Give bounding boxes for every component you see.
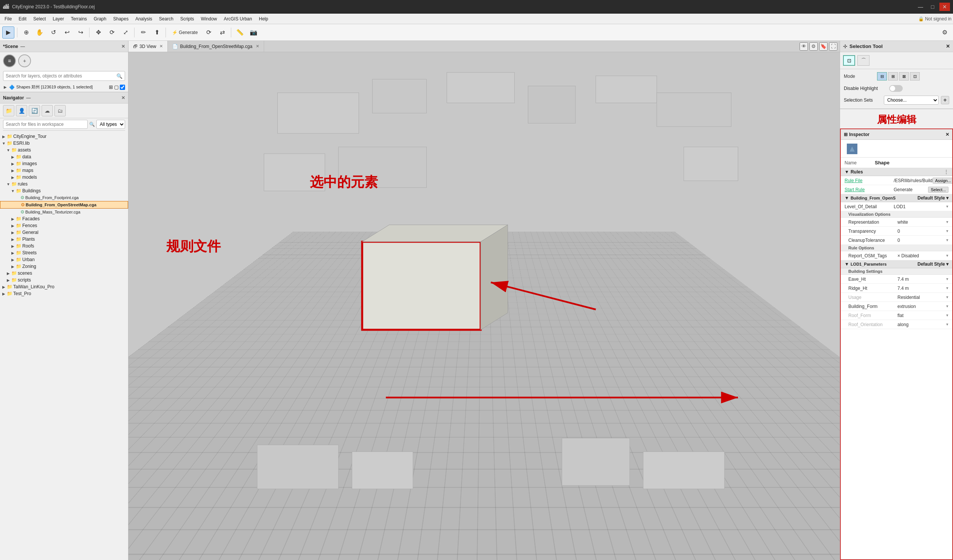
building-opens-section[interactable]: ▼ Building_From_OpenS Default Style ▾ [841, 194, 952, 202]
toolbar-draw-btn[interactable]: ✏ [137, 26, 149, 39]
navigator-minimize[interactable]: — [26, 95, 31, 101]
maximize-button[interactable]: □ [927, 3, 938, 11]
usage-dropdown[interactable]: ▾ [946, 295, 948, 299]
toolbar-sync-btn[interactable]: ⇄ [216, 26, 228, 39]
tree-streets[interactable]: ▶ 📁 Streets [0, 250, 128, 256]
tree-fences[interactable]: ▶ 📁 Fences [0, 222, 128, 229]
viewport-settings-btn[interactable]: ⚙ [809, 42, 818, 51]
rules-section-header[interactable]: ▼ Rules ⋮ [841, 168, 952, 176]
toolbar-extrude-btn[interactable]: ⬆ [151, 26, 163, 39]
toolbar-orbit-btn[interactable]: ↺ [47, 26, 59, 39]
lod-dropdown-btn[interactable]: ▾ [946, 204, 948, 209]
tree-taiwan[interactable]: ▶ 📁 TaiWan_LinKou_Pro [0, 283, 128, 290]
not-signed-in[interactable]: 🔒 Not signed in [918, 16, 951, 22]
menu-terrains[interactable]: Terrains [68, 15, 90, 23]
menu-shapes[interactable]: Shapes [110, 15, 132, 23]
scene-minimize-btn[interactable]: — [20, 44, 25, 49]
lod1-params-section[interactable]: ▼ LOD1_Parameters Default Style ▾ [841, 261, 952, 268]
tree-buildings[interactable]: ▼ 📁 Buildings [0, 188, 128, 194]
tree-general[interactable]: ▶ 📁 General [0, 229, 128, 236]
cleanup-dropdown[interactable]: ▾ [946, 238, 948, 243]
toolbar-redo-btn[interactable]: ↪ [75, 26, 87, 39]
toolbar-camera-btn[interactable]: 📷 [247, 26, 259, 39]
menu-analysis[interactable]: Analysis [132, 15, 155, 23]
tree-test-pro[interactable]: ▶ 📁 Test_Pro [0, 290, 128, 297]
nav-search-input[interactable] [3, 120, 88, 129]
selection-sets-add-btn[interactable]: + [941, 96, 949, 104]
nav-add-person-btn[interactable]: 👤 [16, 105, 27, 116]
tree-facades[interactable]: ▶ 📁 Facades [0, 216, 128, 222]
menu-arcgis[interactable]: ArcGIS Urban [221, 15, 255, 23]
rule-file-label[interactable]: Rule File [844, 178, 894, 183]
window-controls[interactable]: — □ ✕ [915, 3, 950, 11]
lod1-style-dropdown[interactable]: Default Style ▾ [917, 262, 948, 267]
tree-esri-lib[interactable]: ▼ 📁 ESRI.lib [0, 140, 128, 147]
start-rule-label[interactable]: Start Rule [844, 187, 894, 192]
nav-refresh-btn[interactable]: 🔄 [29, 105, 40, 116]
viewport-3d[interactable]: 选中的元素 规则文件 [129, 52, 840, 560]
layer-shapes[interactable]: ▶ 🔷 Shapes 郑州 [123619 objects, 1 selecte… [0, 82, 128, 92]
toolbar-undo-btn[interactable]: ↩ [61, 26, 73, 39]
transparency-dropdown[interactable]: ▾ [946, 229, 948, 234]
representation-dropdown[interactable]: ▾ [946, 220, 948, 225]
tree-building-from-osm[interactable]: ⚙ Building_From_OpenStreetMap.cga [0, 201, 128, 209]
toolbar-refresh-btn[interactable]: ⟳ [203, 26, 215, 39]
scene-search-input[interactable] [6, 73, 116, 79]
menu-file[interactable]: File [2, 15, 15, 23]
scene-search-icon[interactable]: 🔍 [116, 73, 123, 79]
tree-images[interactable]: ▶ 📁 images [0, 160, 128, 167]
toolbar-settings-btn[interactable]: ⚙ [939, 26, 951, 39]
nav-search-icon[interactable]: 🔍 [89, 122, 95, 127]
tree-building-footprint[interactable]: ⚙ Building_From_Footprint.cga [0, 194, 128, 201]
menu-scripts[interactable]: Scripts [177, 15, 197, 23]
toolbar-pan-btn[interactable]: ✋ [34, 26, 46, 39]
menu-layer[interactable]: Layer [50, 15, 67, 23]
nav-cloud-btn[interactable]: ☁ [42, 105, 53, 116]
tab-cga-close[interactable]: ✕ [256, 44, 259, 49]
menu-window[interactable]: Window [198, 15, 220, 23]
tree-building-mass[interactable]: ⚙ Building_Mass_Texturizer.cga [0, 209, 128, 216]
tree-roofs[interactable]: ▶ 📁 Roofs [0, 243, 128, 250]
selection-lasso-btn[interactable]: ⌒ [857, 55, 869, 66]
viewport-maximize-btn[interactable]: ⛶ [829, 42, 837, 51]
selection-tool-close[interactable]: ✕ [946, 43, 950, 49]
inspector-close-btn[interactable]: ✕ [945, 132, 949, 137]
mode-btn-4[interactable]: ⊡ [910, 72, 920, 81]
mode-btn-3[interactable]: ⊠ [899, 72, 909, 81]
menu-edit[interactable]: Edit [16, 15, 29, 23]
nav-layers-btn[interactable]: 🗂 [54, 105, 66, 116]
toolbar-generate-btn[interactable]: ⚡ Generate [169, 26, 201, 39]
toolbar-select-btn[interactable]: ▶ [2, 26, 14, 39]
roof-orientation-dropdown[interactable]: ▾ [946, 322, 948, 327]
building-form-dropdown[interactable]: ▾ [946, 304, 948, 309]
selection-sets-select[interactable]: Choose... [884, 96, 939, 105]
scene-close-btn[interactable]: ✕ [121, 44, 125, 49]
layer-box-icon[interactable]: ▢ [114, 84, 119, 90]
eave-ht-dropdown[interactable]: ▾ [946, 277, 948, 281]
opens-style-dropdown[interactable]: Default Style ▾ [917, 195, 948, 201]
menu-select[interactable]: Select [30, 15, 49, 23]
tree-plants[interactable]: ▶ 📁 Plants [0, 236, 128, 243]
nav-type-filter[interactable]: All types [96, 120, 125, 129]
menu-search[interactable]: Search [156, 15, 177, 23]
roof-form-dropdown[interactable]: ▾ [946, 313, 948, 318]
viewport-view-mode-btn[interactable]: 👁 [799, 42, 808, 51]
selection-rect-btn[interactable]: ⊡ [843, 55, 855, 66]
mode-btn-1[interactable]: ⊟ [877, 72, 887, 81]
toolbar-ruler-btn[interactable]: 📏 [234, 26, 246, 39]
tree-zoning[interactable]: ▶ 📁 Zoning [0, 263, 128, 270]
rule-file-assign-btn[interactable]: Assign... [933, 178, 952, 184]
viewport-bookmark-btn[interactable]: 🔖 [819, 42, 827, 51]
navigator-close[interactable]: ✕ [121, 95, 125, 101]
nav-open-folder-btn[interactable]: 📁 [3, 105, 14, 116]
menu-graph[interactable]: Graph [91, 15, 109, 23]
scene-add-btn[interactable]: + [18, 54, 31, 67]
tree-assets[interactable]: ▼ 📁 assets [0, 147, 128, 154]
close-button[interactable]: ✕ [939, 3, 950, 11]
tab-cga-file[interactable]: 📄 Building_From_OpenStreetMap.cga ✕ [168, 41, 264, 52]
rules-more-btn[interactable]: ⋮ [944, 169, 948, 175]
tree-rules[interactable]: ▼ 📁 rules [0, 181, 128, 188]
toolbar-scale-btn[interactable]: ⤢ [120, 26, 132, 39]
tree-models[interactable]: ▶ 📁 models [0, 174, 128, 181]
disable-highlight-toggle[interactable] [889, 85, 903, 92]
